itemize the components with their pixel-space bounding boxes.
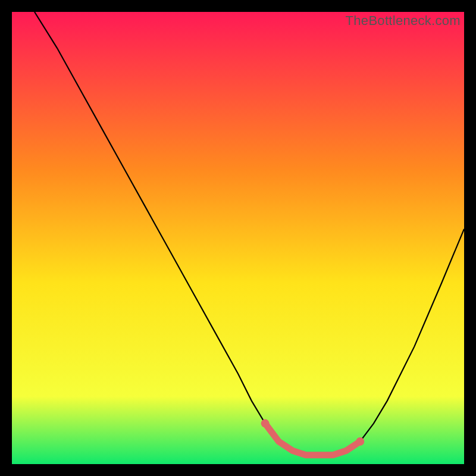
watermark-text: TheBottleneck.com (346, 13, 461, 29)
optimal-range-endpoint (356, 437, 364, 446)
gradient-background (12, 12, 464, 464)
optimal-range-endpoint (261, 419, 270, 428)
bottleneck-chart (12, 12, 464, 464)
chart-frame: TheBottleneck.com (12, 12, 464, 464)
